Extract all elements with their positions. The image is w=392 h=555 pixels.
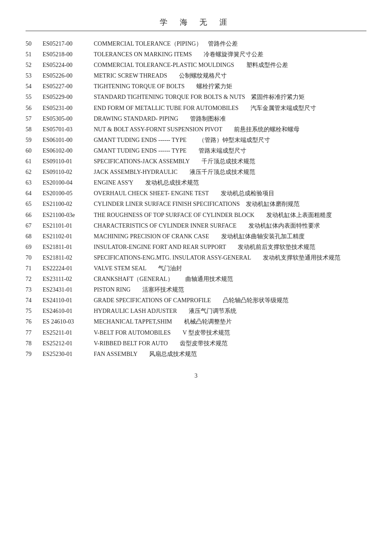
entry-number: 78 — [26, 338, 43, 349]
entry-number: 63 — [26, 178, 43, 188]
entry-number: 79 — [26, 349, 43, 360]
page-number: 3 — [195, 373, 198, 379]
table-row: 56ES05231-00END FORM OF METALLIC TUBE FO… — [26, 103, 366, 114]
entry-code: ES21100-03e — [43, 210, 94, 221]
entry-code: ES09110-02 — [43, 167, 94, 178]
table-row: 75ES24610-01HYDRAULIC LASH ADJUSTER 液压气门… — [26, 306, 366, 317]
entry-code: ES21101-01 — [43, 221, 94, 231]
entry-number: 66 — [26, 210, 43, 221]
table-row: 73ES23431-01PISTON RING 活塞环技术规范 — [26, 285, 366, 295]
entry-description: V-RIBBED BELT FOR AUTO 齿型皮带技术规范 — [94, 338, 366, 349]
entry-code: ES21102-01 — [43, 231, 94, 242]
entry-number: 68 — [26, 231, 43, 242]
entry-number: 73 — [26, 285, 43, 295]
entry-description: TIGHTENING TORQUE OF BOLTS 螺栓拧紧力矩 — [94, 81, 366, 92]
table-row: 77ES25211-01V-BELT FOR AUTOMOBILES V 型皮带… — [26, 328, 366, 338]
table-row: 74ES24110-01GRADE SPECIFICATIONS OF CAMP… — [26, 295, 366, 306]
entry-code: ES09110-01 — [43, 156, 94, 167]
entry-number: 53 — [26, 71, 43, 81]
table-row: 69ES21811-01INSULATOR-ENGINE FORT AND RE… — [26, 242, 366, 253]
entry-code: ES05231-00 — [43, 103, 94, 114]
entry-number: 75 — [26, 306, 43, 317]
table-row: 71ES22224-01VALVE STEM SEAL 气门油封 — [26, 263, 366, 274]
table-row: 55ES05229-00STANDARD TIGHTENING TORQUE F… — [26, 92, 366, 103]
table-row: 51ES05218-00TOLERANCES ON MARKING ITEMS … — [26, 49, 366, 60]
entries-table: 50ES05217-00COMMERCIAL TOLERANCE（PIPING）… — [26, 39, 366, 360]
entry-number: 71 — [26, 263, 43, 274]
entry-number: 77 — [26, 328, 43, 338]
entry-code: ES06102-00 — [43, 146, 94, 156]
entry-number: 64 — [26, 188, 43, 199]
entry-code: ES05218-00 — [43, 49, 94, 60]
entry-number: 67 — [26, 221, 43, 231]
entry-code: ES23111-02 — [43, 274, 94, 285]
table-row: 65ES21100-02CYLINDER LINER SURFACE FINIS… — [26, 199, 366, 210]
entry-number: 55 — [26, 92, 43, 103]
table-row: 57ES05305-00DRAWING STANDARD- PIPING 管路制… — [26, 114, 366, 124]
entry-number: 72 — [26, 274, 43, 285]
table-row: 68ES21102-01MACHINING PRECISION OF CRANK… — [26, 231, 366, 242]
entry-code: ES24110-01 — [43, 295, 94, 306]
entry-code: ES21811-02 — [43, 253, 94, 263]
table-row: 58ES05701-03NUT & BOLT ASSY-FORNT SUSPEN… — [26, 124, 366, 135]
entry-description: MACHINING PRECISION OF CRANK CASE 发动机缸体曲… — [94, 231, 366, 242]
entry-description: SPECIFICATIONS-JACK ASSEMBLY 千斤顶总成技术规范 — [94, 156, 366, 167]
entry-description: VALVE STEM SEAL 气门油封 — [94, 263, 366, 274]
table-row: 61ES09110-01SPECIFICATIONS-JACK ASSEMBLY… — [26, 156, 366, 167]
entry-number: 57 — [26, 114, 43, 124]
table-row: 62ES09110-02JACK ASSEMBLY-HYDRAULIC 液压千斤… — [26, 167, 366, 178]
entry-number: 76 — [26, 317, 43, 327]
entry-description: THE ROUGHNESS OF TOP SURFACE OF CYLINDER… — [94, 210, 366, 221]
table-row: 50ES05217-00COMMERCIAL TOLERANCE（PIPING）… — [26, 39, 366, 49]
entry-code: ES20100-04 — [43, 178, 94, 188]
entry-description: DRAWING STANDARD- PIPING 管路制图标准 — [94, 114, 366, 124]
table-row: 79ES25230-01FAN ASSEMBLY 风扇总成技术规范 — [26, 349, 366, 360]
entry-code: ES05305-00 — [43, 114, 94, 124]
entry-description: V-BELT FOR AUTOMOBILES V 型皮带技术规范 — [94, 328, 366, 338]
entry-description: MECHANICAL TAPPET,SHIM 机械凸轮调整垫片 — [94, 317, 366, 327]
entry-description: COMMERCIAL TOLERANCE-PLASTIC MOULDINGS 塑… — [94, 60, 366, 71]
entry-code: ES 24610-03 — [43, 317, 94, 327]
table-row: 52ES05224-00COMMERCIAL TOLERANCE-PLASTIC… — [26, 60, 366, 71]
entry-number: 74 — [26, 295, 43, 306]
entry-description: GRADE SPECIFICATIONS OF CAMPROFILE 凸轮轴凸轮… — [94, 295, 366, 306]
table-row: 78ES25212-01V-RIBBED BELT FOR AUTO 齿型皮带技… — [26, 338, 366, 349]
entry-description: CRANKSHAFT（GENERAL） 曲轴通用技术规范 — [94, 274, 366, 285]
table-row: 67ES21101-01CHARACTERISTICS OF CYLINDER … — [26, 221, 366, 231]
table-row: 70ES21811-02SPECIFICATIONS-ENG.MTG. INSU… — [26, 253, 366, 263]
entry-description: END FORM OF METALLIC TUBE FOR AUTOMOBILE… — [94, 103, 366, 114]
entry-number: 51 — [26, 49, 43, 60]
entry-code: ES25230-01 — [43, 349, 94, 360]
entry-description: TOLERANCES ON MARKING ITEMS 冷卷螺旋弹簧尺寸公差 — [94, 49, 366, 60]
entry-description: GMANT TUDING ENDS ------ TYPE （管路）钟型末端成型… — [94, 135, 366, 146]
entry-number: 54 — [26, 81, 43, 92]
entry-code: ES25212-01 — [43, 338, 94, 349]
page-header: 学 海 无 涯 — [26, 17, 366, 27]
entry-number: 50 — [26, 39, 43, 49]
entry-number: 56 — [26, 103, 43, 114]
entry-number: 52 — [26, 60, 43, 71]
entry-number: 69 — [26, 242, 43, 253]
entry-description: GMANT TUDING ENDS ------ TYPE 管路末端成型尺寸 — [94, 146, 366, 156]
entry-description: OVERHAUL CHECK SHEET- ENGINE TEST 发动机总成检… — [94, 188, 366, 199]
entry-description: JACK ASSEMBLY-HYDRAULIC 液压千斤顶总成技术规范 — [94, 167, 366, 178]
table-row: 54ES05227-00TIGHTENING TORQUE OF BOLTS 螺… — [26, 81, 366, 92]
entry-code: ES21811-01 — [43, 242, 94, 253]
table-row: 72ES23111-02CRANKSHAFT（GENERAL） 曲轴通用技术规范 — [26, 274, 366, 285]
table-row: 53ES05226-00METRIC SCREW THREADS 公制螺纹规格尺… — [26, 71, 366, 81]
entry-code: ES05229-00 — [43, 92, 94, 103]
entry-description: INSULATOR-ENGINE FORT AND REAR SUPPORT 发… — [94, 242, 366, 253]
entry-number: 70 — [26, 253, 43, 263]
entry-code: ES05226-00 — [43, 71, 94, 81]
entry-number: 62 — [26, 167, 43, 178]
entry-code: ES20100-05 — [43, 188, 94, 199]
entry-code: ES05217-00 — [43, 39, 94, 49]
table-row: 63ES20100-04ENGINE ASS'Y 发动机总成技术规范 — [26, 178, 366, 188]
entry-number: 61 — [26, 156, 43, 167]
entry-description: NUT & BOLT ASSY-FORNT SUSPENSION PIVOT 前… — [94, 124, 366, 135]
entry-description: METRIC SCREW THREADS 公制螺纹规格尺寸 — [94, 71, 366, 81]
page-footer: 3 — [26, 373, 366, 379]
table-row: 66ES21100-03eTHE ROUGHNESS OF TOP SURFAC… — [26, 210, 366, 221]
table-row: 59ES06101-00GMANT TUDING ENDS ------ TYP… — [26, 135, 366, 146]
entry-number: 60 — [26, 146, 43, 156]
